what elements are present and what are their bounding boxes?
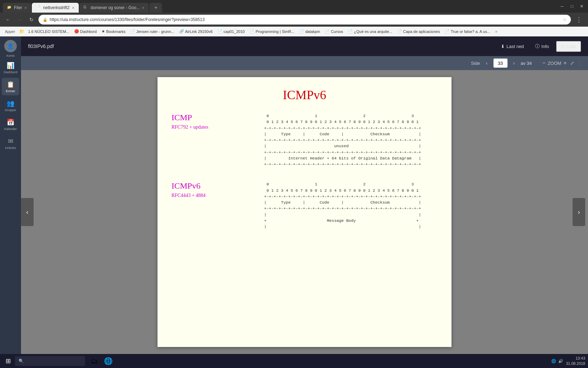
bookmark-3[interactable]: ★ Bookmarks [100,28,127,34]
zoom-controls: − ZOOM + ⤢ [542,60,574,66]
bookmark-2[interactable]: 🔴 Dashbord [73,28,98,34]
browser-nav: ← → ↻ 🔒 https://uia.instructure.com/cour… [0,13,588,27]
info-icon: ⓘ [535,43,540,49]
canvas-area: fl03IPv6.pdf ⬇ Last ned ⓘ Info ✕ Lukk Si… [21,36,588,354]
browser-tabs: 📁 Filer ✕ 📄 nettverksdrift2 ✕ G domener … [3,0,162,13]
close-label: Lukk [567,44,576,49]
bookmark-6[interactable]: 📄 cap01_2010 [216,28,246,34]
bookmark-5[interactable]: 🔗 AirLink 29150v6 [178,28,214,34]
sidebar-innboks-label: Innboks [5,146,16,150]
expand-button[interactable]: ⤢ [570,60,574,66]
close-button[interactable]: ✕ [578,3,585,10]
download-button[interactable]: ⬇ Last ned [497,42,528,51]
icmpv6-diagram-text: 0 1 2 3 0 1 2 3 4 5 6 7 8 9 0 1 2 3 4 5 … [252,181,438,230]
prev-page-button[interactable]: ‹ [482,59,491,68]
tab-domener-close[interactable]: ✕ [142,6,145,10]
start-button[interactable]: ⊞ [3,357,14,365]
page-nav-right-arrow[interactable]: › [573,198,585,226]
refresh-button[interactable]: ↻ [27,15,36,24]
innboks-icon: ✉ [8,137,13,145]
maximize-button[interactable]: □ [568,3,575,10]
tab-active-close[interactable]: ✕ [72,6,75,10]
taskbar-file-explorer[interactable]: 🗂 [88,355,100,367]
forward-button[interactable]: → [15,15,24,24]
download-icon: ⬇ [501,44,505,49]
taskbar-right: 🌐 🔊 13:43 31.08.2018 [551,356,585,367]
pdf-topbar: fl03IPv6.pdf ⬇ Last ned ⓘ Info ✕ Lukk [21,36,588,56]
zoom-out-button[interactable]: − [542,60,545,66]
bookmark-9[interactable]: 📄 Cursos [323,28,344,34]
sidebar-item-dashboard[interactable]: 📊 Dashbord [2,59,19,76]
bookmark-12[interactable]: 📄 True or false? a. A us... [443,28,492,34]
tab-new[interactable]: + [149,3,162,13]
tab-nettverksdrift[interactable]: 📄 nettverksdrift2 ✕ [32,3,78,13]
sidebar-item-emner[interactable]: 📋 Emner [2,78,19,95]
info-button[interactable]: ⓘ Info [531,41,553,52]
section-icmpv6-label: ICMPv6 RFC4443 + 4884 [172,181,241,230]
pdf-content[interactable]: ‹ ICMPv6 ICMP RFC792 + updates 0 1 2 [21,70,588,354]
taskbar-search[interactable]: 🔍 [15,356,85,366]
search-icon: 🔍 [19,359,24,363]
tab-filer-close[interactable]: ✕ [24,6,27,10]
tab-filer[interactable]: 📁 Filer ✕ [3,3,31,13]
bookmark-11[interactable]: 📄 Capa de aplicaciones [396,28,441,34]
back-button[interactable]: ← [4,15,13,24]
tab-filer-favicon: 📁 [7,5,12,10]
avatar: 👤 [4,40,17,52]
window-controls: ─ □ ✕ [559,3,585,10]
next-page-button[interactable]: › [510,59,519,68]
info-label: Info [541,44,549,49]
sidebar-kalender-label: Kalender [4,127,17,131]
bookmark-8[interactable]: 📄 datakpm [298,28,321,34]
sidebar-item-konto[interactable]: 👤 Konto [2,40,19,57]
bookmark-7[interactable]: 📄 Programming | SimR... [248,28,296,34]
address-text: https://uia.instructure.com/courses/1330… [50,17,561,22]
taskbar-chrome[interactable]: 🌐 [102,355,114,367]
bookmark-1[interactable]: 1.6 NÚCLEO SISTEM... [27,29,70,34]
tab-active-favicon: 📄 [36,5,41,10]
tab-domener-label: domener og soner - Goo... [91,5,140,10]
divider [579,60,580,67]
clock-date: 31.08.2018 [566,361,585,366]
sidebar-grupper-label: Grupper [5,108,16,112]
section-icmp: ICMP RFC792 + updates 0 1 2 3 0 1 2 3 4 … [172,113,438,167]
dashboard-icon: 📊 [7,62,14,69]
emner-icon: 📋 [7,81,14,88]
page-number-input[interactable] [493,59,507,68]
page-title: ICMPv6 [172,88,438,102]
section-icmpv6-subtitle: RFC4443 + 4884 [172,193,241,198]
pdf-actions: ⬇ Last ned ⓘ Info ✕ Lukk [497,41,581,52]
section-icmp-diagram: 0 1 2 3 0 1 2 3 4 5 6 7 8 9 0 1 2 3 4 5 … [252,113,438,167]
sidebar-item-kalender[interactable]: 📅 Kalender [2,116,19,133]
page-navigation: Side ‹ › av 34 [471,59,532,68]
bookmark-star-icon[interactable]: ☆ [563,17,567,22]
apps-button[interactable]: Apper [3,29,17,34]
taskbar-clock: 13:43 31.08.2018 [566,356,585,367]
bookmarks-bar: Apper 📁 1.6 NÚCLEO SISTEM... 🔴 Dashbord … [0,27,588,36]
zoom-label: ZOOM [548,61,561,66]
sidebar-item-grupper[interactable]: 👥 Grupper [2,97,19,114]
sidebar-item-innboks[interactable]: ✉ Innboks [2,135,19,152]
pdf-page: ICMPv6 ICMP RFC792 + updates 0 1 2 3 0 1… [158,77,451,347]
menu-button[interactable]: ⋮ [574,14,584,25]
network-icon: 🌐 [551,359,556,363]
grupper-icon: 👥 [7,100,14,107]
taskbar: ⊞ 🔍 🗂 🌐 🌐 🔊 13:43 31.08.2018 [0,354,588,368]
page-nav-left-arrow[interactable]: ‹ [21,198,34,226]
close-pdf-button[interactable]: ✕ Lukk [556,41,581,52]
tab-domener-favicon: G [84,5,89,10]
address-bar[interactable]: 🔒 https://uia.instructure.com/courses/13… [38,15,571,25]
pdf-filename: fl03IPv6.pdf [28,43,54,49]
bookmark-10[interactable]: 📄 ¿Qué es una arquite... [346,28,393,34]
sidebar-emner-label: Emner [6,89,15,93]
tab-domener[interactable]: G domener og soner - Goo... ✕ [79,3,149,13]
taskbar-items: 🗂 🌐 [88,355,114,367]
main-area: 👤 Konto 📊 Dashbord 📋 Emner 👥 Grupper 📅 K… [0,36,588,354]
zoom-in-button[interactable]: + [564,60,567,66]
bookmark-4[interactable]: 📄 Jensen ruter - grunn... [129,28,175,34]
minimize-button[interactable]: ─ [559,3,566,10]
section-icmpv6-name: ICMPv6 [172,181,241,191]
section-icmp-name: ICMP [172,113,241,122]
close-icon: ✕ [561,44,565,49]
kalender-icon: 📅 [7,118,14,126]
